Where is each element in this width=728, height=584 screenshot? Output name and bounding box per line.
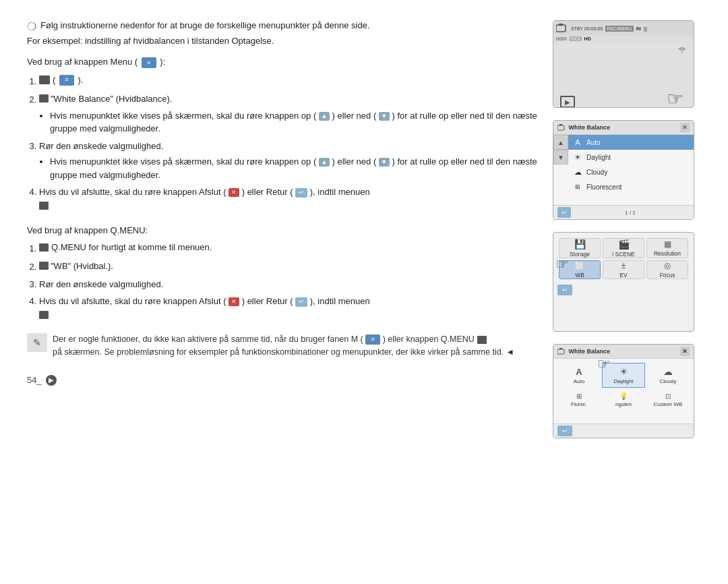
qmenu-cell-storage[interactable]: 💾 Storage xyxy=(559,238,601,258)
screen4-daylight-label: Daylight xyxy=(614,378,634,384)
menu-step-2: "White Balance" (Hvidbalance). Hvis menu… xyxy=(39,92,539,136)
svg-rect-5 xyxy=(559,124,562,125)
menu-step-1: ( ≡ ). xyxy=(39,74,539,88)
menu-step-3-bullet1: Hvis menupunktet ikke vises på skærmen, … xyxy=(50,155,539,181)
qmenu-cell-wb-label: WB xyxy=(575,272,584,279)
fluorescent-wb-icon: ⊞ xyxy=(572,183,583,191)
qmenu-step-3: Rør den ønskede valgmulighed. xyxy=(39,278,539,291)
intro-text2: For eksempel: indstilling af hvidbalance… xyxy=(27,36,539,46)
screen4-customwb-label: Custom WB xyxy=(654,401,683,407)
page-number: 54_ xyxy=(27,375,42,385)
main-content: ❍ Følg instruktionerne nedenfor for at b… xyxy=(27,20,701,438)
svg-rect-6 xyxy=(557,349,564,354)
camera-screen-4: White Balance ✕ A Auto ☀ Daylight ☞ xyxy=(553,344,694,438)
screen2-page: 1 / 2 xyxy=(625,210,636,216)
screen1-bars: ||| xyxy=(644,26,647,31)
screen4-auto-cell[interactable]: A Auto xyxy=(557,363,601,388)
screen4-cloudy-cell[interactable]: ☁ Cloudy xyxy=(646,363,690,388)
menu-steps-list: ( ≡ ). "White Balance" (Hvidbalance). Hv… xyxy=(27,74,539,212)
screen4-fluorescent-cell[interactable]: ⊞ Flursc. xyxy=(557,389,601,411)
screen1-body: ▶ ☞ xyxy=(553,42,694,108)
daylight-wb-icon: ☀ xyxy=(572,153,583,161)
screen4-cloudy-label: Cloudy xyxy=(660,378,677,384)
screen4-tungsten-label: ngsten xyxy=(615,401,632,407)
hand-cursor-icon: ☞ xyxy=(667,88,688,108)
note-icon: ✎ xyxy=(27,333,47,352)
svg-rect-2 xyxy=(556,25,566,32)
wb-item-auto-label: Auto xyxy=(586,139,601,146)
qmenu-cell-wb[interactable]: ⬜ WB ☞ xyxy=(559,260,601,279)
footer-icon: ▶ xyxy=(46,375,57,386)
auto-wb-icon: A xyxy=(572,138,583,146)
screen2-nav-arrows: ▲ ▼ xyxy=(553,135,568,194)
qmenu-cell-resolution-label: Resolution xyxy=(654,250,681,257)
screen4-customwb-icon: ⊡ xyxy=(665,392,671,400)
screen4-tungsten-icon: 💡 xyxy=(619,392,628,400)
screen4-footer: ↩ xyxy=(553,424,694,438)
screen2-title: White Balance xyxy=(557,124,610,132)
iscene-icon: 🎬 xyxy=(618,239,630,250)
screen2-return-icon: ↩ xyxy=(557,207,571,218)
qmenu-cell-focus-label: Focus xyxy=(659,272,675,279)
wb-item-cloudy[interactable]: ☁ Cloudy xyxy=(568,165,694,179)
intro-line1: ❍ Følg instruktionerne nedenfor for at b… xyxy=(27,20,539,33)
qmenu-step-2: "WB" (Hvidbal.). xyxy=(39,260,539,274)
screen4-cloudy-icon: ☁ xyxy=(663,366,673,377)
qmenu-section: Ved brug af knappen Q.MENU: Q.MENU for h… xyxy=(27,225,539,321)
screen1-wifi-icon xyxy=(677,46,687,55)
svg-rect-4 xyxy=(557,125,564,130)
screen4-fluorescent-label: Flursc. xyxy=(571,401,587,407)
wb-item-auto[interactable]: A Auto xyxy=(568,135,694,150)
qmenu-cell-resolution[interactable]: ▦ Resolution xyxy=(646,238,688,258)
ev-icon: ± xyxy=(621,261,626,270)
screen4-daylight-cell[interactable]: ☀ Daylight ☞ xyxy=(602,363,645,388)
wb-item-fluorescent[interactable]: ⊞ Fluorescent xyxy=(568,179,694,194)
svg-text:✎: ✎ xyxy=(33,337,41,348)
screen4-tungsten-cell[interactable]: 💡 ngsten xyxy=(602,389,645,411)
note-text: Der er nogle funktioner, du ikke kan akt… xyxy=(53,333,514,359)
qmenu-heading: Ved brug af knappen Q.MENU: xyxy=(27,225,539,235)
screen4-header: White Balance ✕ xyxy=(553,345,694,359)
qmenu-cell-focus[interactable]: ◎ Focus xyxy=(646,260,688,279)
screen4-fluorescent-icon: ⊞ xyxy=(576,392,582,400)
screen2-up-arrow[interactable]: ▲ xyxy=(553,135,568,150)
wb-item-daylight-label: Daylight xyxy=(586,154,611,161)
qmenu-cell-ev[interactable]: ± EV xyxy=(603,260,644,279)
screen4-customwb-cell[interactable]: ⊡ Custom WB xyxy=(646,389,690,411)
images-column: STBY 00:00:00 REC/MENU IN ||| 0000 XXX H… xyxy=(553,20,701,438)
menu-step-2-bullets: Hvis menupunktet ikke vises på skærmen, … xyxy=(39,109,539,136)
screen2-footer: ↩ 1 / 2 xyxy=(553,205,694,219)
wb-item-daylight[interactable]: ☀ Daylight xyxy=(568,150,694,165)
menu-step-4: Hvis du vil afslutte, skal du røre knapp… xyxy=(39,185,539,212)
screen2-down-arrow[interactable]: ▼ xyxy=(553,150,568,165)
text-column: ❍ Følg instruktionerne nedenfor for at b… xyxy=(27,20,539,438)
resolution-icon: ▦ xyxy=(664,239,671,249)
qmenu-cell-iscene-label: i SCENE xyxy=(612,251,635,258)
screen1-top-bar: STBY 00:00:00 REC/MENU IN ||| xyxy=(553,21,694,36)
menu-section: Ved brug af knappen Menu ( ≡ ): ( ≡ ). xyxy=(27,57,539,212)
screen1-sub-bar: 0000 XXX HD xyxy=(553,36,694,42)
qmenu-step-4: Hvis du vil afslutte, skal du røre knapp… xyxy=(39,295,539,321)
screen1-mode: REC/MENU xyxy=(605,26,633,32)
intro-text1: Følg instruktionerne nedenfor for at bru… xyxy=(40,20,370,30)
screen2-header: White Balance ✕ xyxy=(553,121,694,135)
wb-item-fluorescent-label: Fluorescent xyxy=(586,183,621,191)
bullet-icon: ❍ xyxy=(27,20,36,33)
screen1-mode2: IN xyxy=(636,26,641,31)
screen2-close-icon: ✕ xyxy=(680,123,690,132)
screen4-close-icon: ✕ xyxy=(680,347,690,356)
page-footer: 54_ ▶ xyxy=(27,375,539,386)
camera-screen-1: STBY 00:00:00 REC/MENU IN ||| 0000 XXX H… xyxy=(553,20,694,108)
storage-icon: 💾 xyxy=(574,239,586,250)
menu-heading: Ved brug af knappen Menu ( ≡ ): xyxy=(27,57,539,68)
qmenu-cell-iscene[interactable]: 🎬 i SCENE xyxy=(603,238,644,258)
screen3-footer: ↩ xyxy=(553,283,694,298)
screen4-auto-label: Auto xyxy=(574,378,584,384)
svg-rect-7 xyxy=(559,348,562,349)
hand-cursor-4-icon: ☞ xyxy=(597,355,611,373)
qmenu-step-1: Q.MENU for hurtigt at komme til menuen. xyxy=(39,241,539,255)
menu-step-2-bullet1: Hvis menupunktet ikke vises på skærmen, … xyxy=(50,109,539,136)
screen2-items: A Auto ☀ Daylight ☁ Cloudy ⊞ Fluorescent xyxy=(568,135,694,194)
qmenu-steps-list: Q.MENU for hurtigt at komme til menuen. … xyxy=(27,241,539,321)
wb-item-cloudy-label: Cloudy xyxy=(586,169,607,176)
